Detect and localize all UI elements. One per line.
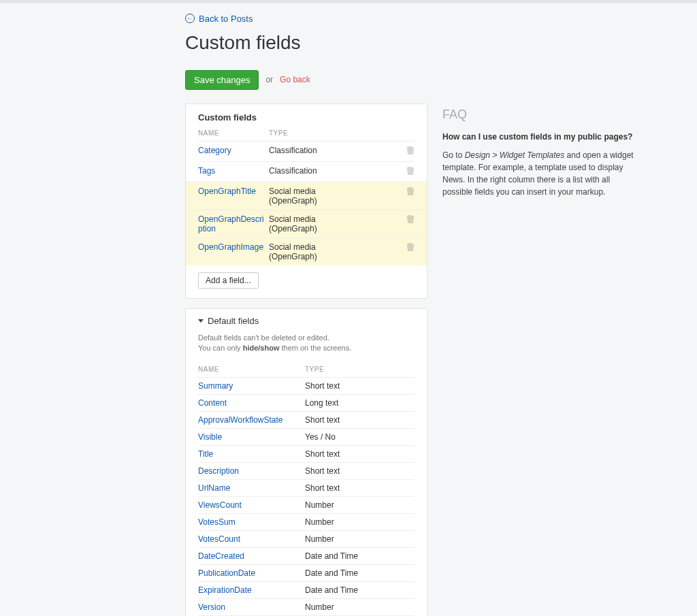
custom-fields-panel: Custom fields NAME TYPE CategoryClassifi… [185,103,427,299]
or-text: or [265,75,273,84]
default-field-row: ApprovalWorkflowStateShort text [198,411,415,428]
field-name-link[interactable]: ViewsCount [198,500,305,510]
header-type: TYPE [269,129,415,137]
faq-answer: Go to Design > Widget Templates and open… [442,149,641,198]
default-field-row: SummaryShort text [198,377,415,394]
field-name-link[interactable]: DateCreated [198,551,305,561]
default-field-row: DateCreatedDate and Time [198,547,415,564]
field-name-link[interactable]: Description [198,466,305,476]
field-type: Number [305,517,415,527]
field-name-link[interactable]: UrlName [198,483,305,493]
default-field-row: PublicationDateDate and Time [198,564,415,581]
field-type: Date and Time [305,568,415,578]
chevron-down-icon [198,319,204,323]
field-type: Short text [305,466,415,476]
default-field-row: ContentLong text [198,394,415,411]
field-name-link[interactable]: VotesSum [198,517,305,527]
field-type: Long text [305,398,415,408]
custom-field-row: TagsClassification [198,161,415,182]
back-link-label: Back to Posts [199,14,253,24]
save-button[interactable]: Save changes [185,70,259,90]
field-name-link[interactable]: Title [198,449,305,459]
default-field-row: UrlNameShort text [198,479,415,496]
default-field-row: DescriptionShort text [198,462,415,479]
default-field-row: VisibleYes / No [198,428,415,445]
custom-fields-title: Custom fields [186,104,427,129]
default-fields-panel: Default fields Default fields can't be d… [185,308,427,617]
faq-heading: FAQ [442,108,641,122]
add-field-button[interactable]: Add a field... [198,272,259,289]
field-name-link[interactable]: Content [198,398,305,408]
field-type: Yes / No [305,432,415,442]
custom-field-row: OpenGraphDescriptionSocial media (OpenGr… [186,210,427,238]
field-type: Number [305,602,415,612]
faq-question: How can I use custom fields in my public… [442,131,641,143]
field-name-link[interactable]: Version [198,602,305,612]
page-title: Custom fields [185,32,641,54]
arrow-left-icon: ← [185,14,195,23]
field-name-link[interactable]: ApprovalWorkflowState [198,415,305,425]
default-field-row: VersionNumber [198,598,415,615]
field-type: Short text [305,449,415,459]
default-field-row: ExpirationDateDate and Time [198,581,415,598]
default-fields-title: Default fields [208,316,259,326]
field-type: Short text [305,415,415,425]
custom-fields-headers: NAME TYPE [186,129,427,141]
field-type: Social media (OpenGraph) [269,242,330,261]
default-fields-toggle[interactable]: Default fields [186,309,427,333]
default-field-row: VotesSumNumber [198,513,415,530]
default-fields-headers: NAME TYPE [186,360,427,377]
field-type: Social media (OpenGraph) [269,214,330,233]
field-type: Number [305,534,415,544]
actions-bar: Save changes or Go back [185,70,641,90]
header-name: NAME [198,366,305,373]
header-name: NAME [198,129,269,137]
default-fields-note: Default fields can't be deleted or edite… [186,333,427,361]
field-name-link[interactable]: VotesCount [198,534,305,544]
field-type: Short text [305,381,415,391]
field-name-link[interactable]: OpenGraphDescription [198,214,269,233]
trash-icon[interactable] [405,242,415,252]
header-type: TYPE [305,366,415,373]
go-back-link[interactable]: Go back [280,75,310,84]
field-type: Short text [305,483,415,493]
field-type: Date and Time [305,585,415,595]
custom-field-row: OpenGraphTitleSocial media (OpenGraph) [186,182,427,210]
field-name-link[interactable]: OpenGraphImage [198,242,269,252]
field-name-link[interactable]: Category [198,146,269,155]
default-field-row: VotesCountNumber [198,530,415,547]
field-name-link[interactable]: PublicationDate [198,568,305,578]
trash-icon[interactable] [405,214,415,224]
field-name-link[interactable]: Summary [198,381,305,391]
field-type: Classification [269,166,330,176]
field-type: Number [305,500,415,510]
field-name-link[interactable]: OpenGraphTitle [198,187,269,196]
field-type: Date and Time [305,551,415,561]
custom-fields-table: CategoryClassificationTagsClassification… [186,141,427,265]
custom-field-row: OpenGraphImageSocial media (OpenGraph) [186,238,427,265]
field-name-link[interactable]: Visible [198,432,305,442]
field-name-link[interactable]: Tags [198,166,269,176]
custom-field-row: CategoryClassification [198,141,415,161]
default-fields-table: SummaryShort textContentLong textApprova… [186,377,427,616]
default-field-row: ViewsCountNumber [198,496,415,513]
faq-sidebar: FAQ How can I use custom fields in my pu… [442,103,641,199]
field-type: Social media (OpenGraph) [269,187,330,206]
trash-icon[interactable] [405,166,415,176]
field-name-link[interactable]: ExpirationDate [198,585,305,595]
back-to-posts-link[interactable]: ← Back to Posts [185,14,253,24]
trash-icon[interactable] [405,146,415,155]
default-field-row: TitleShort text [198,445,415,462]
trash-icon[interactable] [405,187,415,196]
field-type: Classification [269,146,330,155]
